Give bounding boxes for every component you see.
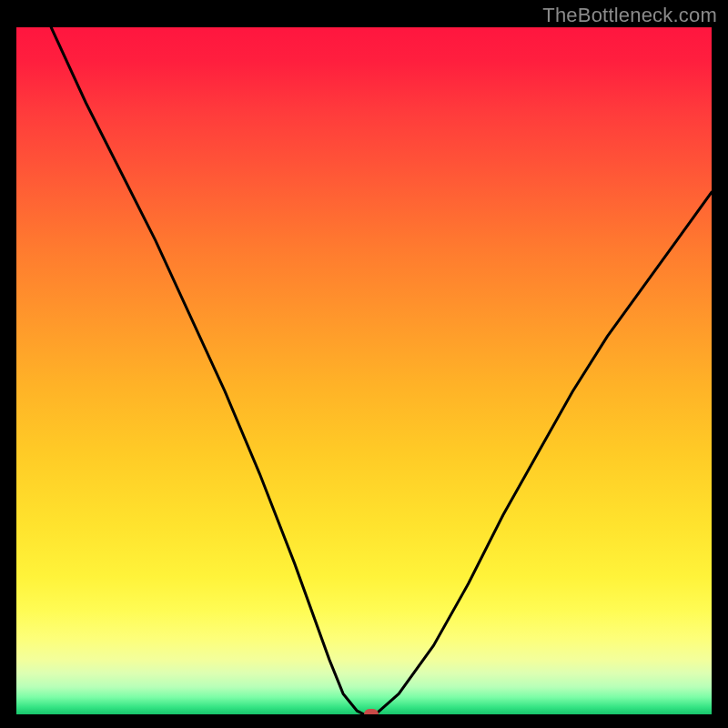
- watermark-text: TheBottleneck.com: [542, 4, 717, 27]
- optimal-point-marker: [364, 709, 379, 714]
- bottleneck-curve: [16, 27, 712, 714]
- curve-path: [51, 27, 712, 714]
- chart-frame: TheBottleneck.com: [0, 0, 728, 728]
- plot-area: [16, 27, 712, 714]
